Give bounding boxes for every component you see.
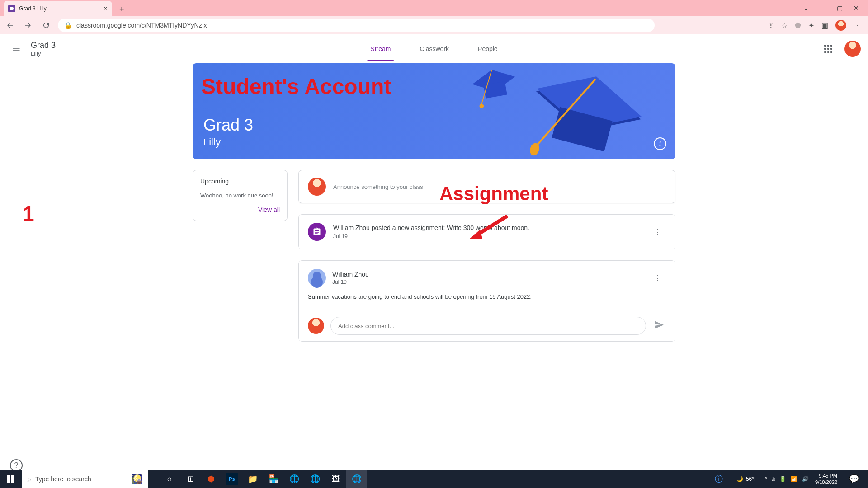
post-author: William Zhou [332,271,643,278]
system-tray[interactable]: ^ ⎚ 🔋 📶 🔊 [764,476,809,482]
tab-classwork[interactable]: Classwork [416,36,453,61]
google-apps-button[interactable] [819,40,837,58]
close-window-icon[interactable]: ✕ [854,5,859,12]
forward-button[interactable] [22,19,34,32]
class-section: Lilly [31,50,56,57]
author-avatar [308,269,326,287]
tab-people[interactable]: People [474,36,501,61]
upcoming-card: Upcoming Woohoo, no work due soon! View … [193,170,288,221]
user-avatar [308,318,324,334]
view-all-link[interactable]: View all [200,206,280,213]
reload-button[interactable] [40,19,52,32]
chevron-up-icon[interactable]: ^ [764,476,767,482]
extension-icon[interactable]: ⬟ [795,21,801,30]
class-breadcrumb[interactable]: Grad 3 Lilly [31,41,56,57]
share-icon[interactable]: ⇪ [768,21,774,30]
account-avatar[interactable] [844,41,861,57]
tab-favicon [8,5,15,12]
windows-taskbar: ⌕ Type here to search 🎑 ○ ⊞ ⬢ Ps 📁 🏪 🌐 🌐… [0,470,868,488]
lock-icon: 🔒 [64,22,72,29]
announce-box[interactable]: Announce something to your class [298,170,675,203]
minimize-icon[interactable]: — [820,5,826,12]
send-icon[interactable] [652,318,666,333]
new-tab-button[interactable]: + [116,3,128,16]
store-icon[interactable]: 🏪 [263,470,284,488]
browser-menu-icon[interactable]: ⋮ [854,21,861,30]
weather-temp: 56°F [746,476,757,482]
app-icon[interactable]: 🖼 [326,470,346,488]
browser-tab[interactable]: Grad 3 Lilly × [4,1,112,16]
moon-icon: 🌙 [736,476,743,482]
stream-feed: Announce something to your class William… [298,170,675,342]
profile-icon[interactable] [835,20,846,31]
search-icon: ⌕ [27,475,31,483]
chrome-active-icon[interactable]: 🌐 [346,470,367,488]
tab-stream[interactable]: Stream [367,36,394,61]
cortana-icon[interactable]: ○ [159,470,180,488]
assignment-title: William Zhou posted a new assignment: Wr… [333,224,642,231]
main-content: Grad 3 Lilly i Upcoming Woohoo, no work … [0,63,868,342]
clock-time: 9:45 PM [815,473,837,479]
chrome-icon-2[interactable]: 🌐 [305,470,326,488]
nav-tabs: Stream Classwork People [367,36,501,61]
assignment-card[interactable]: William Zhou posted a new assignment: Wr… [298,214,675,249]
assignment-date: Jul 19 [333,233,642,239]
more-options-icon[interactable]: ⋮ [650,270,666,286]
bookmark-icon[interactable]: ☆ [781,21,788,30]
comment-row [299,310,675,341]
svg-rect-12 [11,475,14,479]
task-view-icon[interactable]: ⊞ [180,470,201,488]
sidepanel-icon[interactable]: ▣ [821,21,828,30]
svg-rect-11 [7,475,10,479]
svg-point-3 [479,103,484,108]
notifications-icon[interactable]: 💬 [844,470,864,488]
class-banner: Grad 3 Lilly i [193,63,675,159]
volume-icon[interactable]: 🔊 [802,476,809,482]
wifi-icon[interactable]: 📶 [791,476,797,482]
search-placeholder: Type here to search [35,475,91,483]
svg-rect-14 [11,479,14,483]
class-name: Grad 3 [31,41,56,50]
info-icon[interactable]: i [654,137,666,150]
comment-input[interactable] [338,323,638,329]
more-options-icon[interactable]: ⋮ [650,224,666,240]
battery-icon[interactable]: 🔋 [779,476,786,482]
clock-date: 9/10/2022 [815,479,837,485]
sidebar: Upcoming Woohoo, no work due soon! View … [193,170,288,342]
browser-tab-strip: Grad 3 Lilly × + ⌄ — ▢ ✕ [0,0,868,16]
extensions-icon[interactable]: ✦ [808,21,814,30]
url-text: classroom.google.com/c/NTM3MTIyNDYyNzIx [76,22,207,29]
weather-widget[interactable]: 🌙 56°F [732,476,762,482]
maximize-icon[interactable]: ▢ [837,5,843,12]
main-menu-button[interactable] [7,40,25,58]
comment-input-wrap[interactable] [330,317,646,335]
window-controls: ⌄ — ▢ ✕ [794,0,868,16]
user-avatar [308,178,326,196]
post-date: Jul 19 [332,279,643,285]
photoshop-icon[interactable]: Ps [226,473,238,485]
upcoming-message: Woohoo, no work due soon! [200,192,280,199]
explorer-icon[interactable]: 📁 [242,470,263,488]
close-icon[interactable]: × [104,5,108,13]
taskbar-clock[interactable]: 9:45 PM 9/10/2022 [811,473,841,486]
start-button[interactable] [0,470,22,488]
browser-toolbar: 🔒 classroom.google.com/c/NTM3MTIyNDYyNzI… [0,16,868,34]
meet-now-icon[interactable]: ⎚ [772,476,775,482]
svg-rect-13 [7,479,10,483]
grad-cap-decoration [511,63,659,159]
office-icon[interactable]: ⬢ [201,470,222,488]
back-button[interactable] [4,19,16,32]
grad-cap-decoration [464,63,525,112]
address-bar[interactable]: 🔒 classroom.google.com/c/NTM3MTIyNDYyNzI… [58,19,655,32]
assignment-icon [308,223,326,241]
tabs-dropdown-icon[interactable]: ⌄ [803,5,809,12]
announcement-card[interactable]: William Zhou Jul 19 ⋮ Summer vacations a… [298,260,675,342]
chrome-icon[interactable]: 🌐 [284,470,305,488]
help-tray-icon[interactable]: ⓘ [708,470,729,488]
post-content: Summer vacations are going to end and sc… [299,287,675,310]
tab-title: Grad 3 Lilly [19,5,100,12]
taskbar-search[interactable]: ⌕ Type here to search 🎑 [22,470,148,488]
classroom-header: Grad 3 Lilly Stream Classwork People [0,34,868,63]
announce-placeholder: Announce something to your class [333,183,423,190]
upcoming-title: Upcoming [200,178,280,185]
